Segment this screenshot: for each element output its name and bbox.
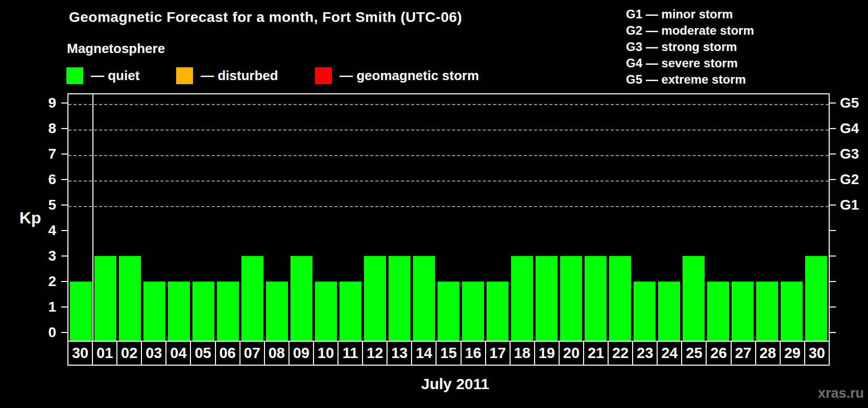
kp-bar-day-05	[192, 282, 214, 341]
y-axis-tick-right-8	[830, 128, 836, 129]
y-axis-tick-right-3	[830, 256, 836, 257]
kp-bar-day-06	[217, 282, 239, 341]
kp-bar-day-18	[511, 256, 533, 341]
kp-bar-day-08	[266, 282, 288, 341]
day-label-12: 12	[363, 342, 388, 365]
day-column-05	[191, 94, 215, 341]
y-tick-label-7: 7	[10, 146, 56, 162]
day-column-21	[584, 94, 608, 341]
quiet-color-swatch	[66, 67, 83, 84]
g-level-label-G3: G3	[840, 146, 859, 162]
day-label-26: 26	[707, 342, 731, 365]
day-label-03: 03	[142, 342, 166, 365]
kp-bar-day-27	[732, 282, 754, 341]
kp-bar-day-10	[315, 282, 337, 341]
y-axis-tick-left-8	[61, 128, 67, 129]
day-label-09: 09	[290, 342, 314, 365]
day-column-27	[731, 94, 755, 341]
day-label-10: 10	[314, 342, 339, 365]
day-column-06	[215, 94, 240, 341]
g-legend-line: G3 — strong storm	[626, 39, 754, 55]
y-axis-tick-right-2	[830, 281, 836, 282]
day-column-15	[436, 94, 461, 341]
day-column-28	[755, 94, 780, 341]
y-axis-tick-left-9	[61, 103, 67, 104]
y-axis-tick-left-1	[61, 307, 67, 308]
geomagnetic-forecast-chart: Geomagnetic Forecast for a month, Fort S…	[0, 0, 868, 408]
day-label-02: 02	[117, 342, 142, 365]
day-column-22	[608, 94, 633, 341]
kp-bar-day-20	[560, 256, 582, 341]
kp-bar-day-03	[143, 282, 165, 341]
day-column-08	[264, 94, 289, 341]
day-column-30	[68, 94, 93, 341]
kp-bar-day-28	[756, 282, 778, 341]
day-column-02	[117, 94, 142, 341]
x-axis-title: July 2011	[74, 375, 836, 393]
y-axis-tick-right-4	[830, 230, 836, 231]
kp-bar-day-11	[340, 282, 361, 341]
legend-item-geomagnetic-storm: — geomagnetic storm	[315, 67, 479, 84]
magnetosphere-legend-title: Magnetosphere	[67, 41, 165, 57]
g-legend-line: G2 — moderate storm	[626, 22, 754, 39]
day-column-16	[461, 94, 486, 341]
y-axis-tick-left-2	[61, 281, 67, 282]
y-axis-tick-right-7	[830, 154, 836, 155]
g-scale-legend: G1 — minor stormG2 — moderate stormG3 — …	[626, 6, 754, 88]
day-label-22: 22	[609, 342, 633, 365]
x-axis-day-labels: 3001020304050607080910111213141516171819…	[67, 341, 830, 366]
day-label-21: 21	[584, 342, 609, 365]
kp-bar-day-01	[94, 256, 116, 341]
y-axis-tick-left-4	[61, 230, 67, 231]
kp-bar-day-22	[609, 256, 631, 341]
day-label-29: 29	[781, 342, 805, 365]
day-label-01: 01	[93, 342, 117, 365]
day-label-24: 24	[658, 342, 682, 365]
day-label-05: 05	[191, 342, 215, 365]
day-label-30: 30	[68, 342, 93, 365]
y-axis-tick-right-1	[830, 307, 836, 308]
kp-bar-day-30	[805, 256, 827, 341]
day-label-08: 08	[265, 342, 290, 365]
day-column-14	[412, 94, 436, 341]
y-tick-label-9: 9	[10, 95, 56, 111]
day-label-30: 30	[805, 342, 829, 365]
g-level-label-G1: G1	[840, 197, 859, 213]
page-title: Geomagnetic Forecast for a month, Fort S…	[69, 9, 462, 26]
day-label-11: 11	[339, 342, 363, 365]
day-label-25: 25	[682, 342, 707, 365]
y-axis-tick-left-3	[61, 256, 67, 257]
day-label-20: 20	[560, 342, 584, 365]
kp-bar-day-12	[364, 256, 386, 341]
day-column-09	[289, 94, 314, 341]
day-column-26	[706, 94, 731, 341]
day-label-07: 07	[240, 342, 265, 365]
day-column-03	[142, 94, 166, 341]
kp-bar-day-16	[462, 282, 484, 341]
kp-bar-day-09	[291, 256, 312, 341]
y-tick-label-2: 2	[10, 273, 56, 290]
day-column-20	[559, 94, 584, 341]
g-legend-line: G5 — extreme storm	[626, 71, 754, 88]
y-axis-tick-left-7	[61, 154, 67, 155]
y-axis-tick-left-0	[61, 332, 67, 333]
g-legend-line: G1 — minor storm	[626, 6, 754, 22]
day-label-15: 15	[437, 342, 461, 365]
day-label-17: 17	[486, 342, 511, 365]
day-column-24	[657, 94, 682, 341]
kp-bar-day-07	[242, 256, 263, 341]
kp-bar-day-02	[119, 256, 141, 341]
day-column-29	[780, 94, 804, 341]
kp-bar-day-21	[585, 256, 607, 341]
y-tick-label-1: 1	[10, 299, 56, 315]
y-axis-tick-right-9	[830, 103, 836, 104]
day-label-13: 13	[388, 342, 412, 365]
day-column-12	[363, 94, 387, 341]
kp-bar-day-25	[683, 256, 705, 341]
g-level-label-G4: G4	[840, 120, 859, 137]
day-column-18	[510, 94, 535, 341]
y-tick-label-4: 4	[10, 222, 56, 239]
day-column-10	[314, 94, 338, 341]
watermark: xras.ru	[818, 386, 864, 401]
disturbed-color-swatch	[176, 67, 193, 84]
